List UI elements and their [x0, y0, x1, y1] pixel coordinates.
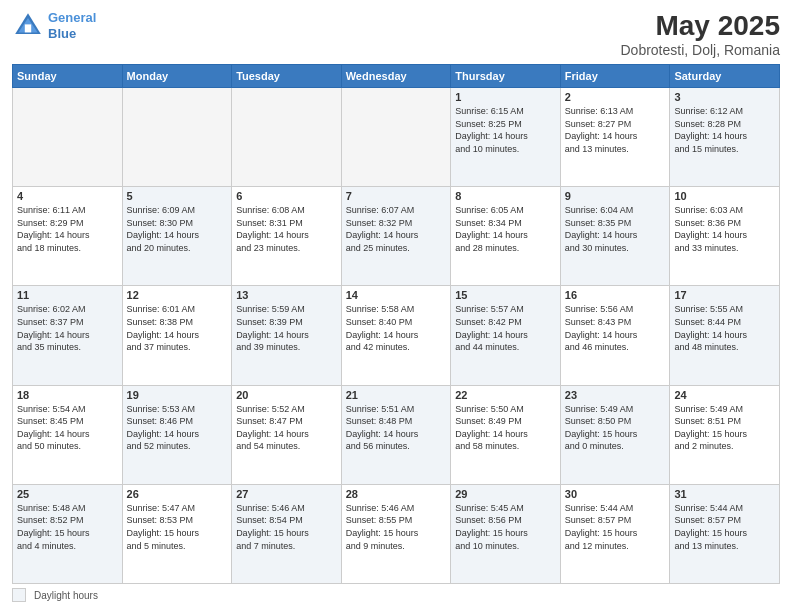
day-number: 4	[17, 190, 118, 202]
calendar-cell: 14Sunrise: 5:58 AM Sunset: 8:40 PM Dayli…	[341, 286, 451, 385]
calendar-header-row: SundayMondayTuesdayWednesdayThursdayFrid…	[13, 65, 780, 88]
day-info: Sunrise: 5:52 AM Sunset: 8:47 PM Dayligh…	[236, 403, 337, 453]
day-number: 21	[346, 389, 447, 401]
day-info: Sunrise: 6:12 AM Sunset: 8:28 PM Dayligh…	[674, 105, 775, 155]
day-info: Sunrise: 5:58 AM Sunset: 8:40 PM Dayligh…	[346, 303, 447, 353]
calendar-week-row: 4Sunrise: 6:11 AM Sunset: 8:29 PM Daylig…	[13, 187, 780, 286]
calendar-cell: 11Sunrise: 6:02 AM Sunset: 8:37 PM Dayli…	[13, 286, 123, 385]
calendar-cell: 22Sunrise: 5:50 AM Sunset: 8:49 PM Dayli…	[451, 385, 561, 484]
day-number: 25	[17, 488, 118, 500]
day-info: Sunrise: 5:59 AM Sunset: 8:39 PM Dayligh…	[236, 303, 337, 353]
day-info: Sunrise: 5:57 AM Sunset: 8:42 PM Dayligh…	[455, 303, 556, 353]
calendar-cell: 3Sunrise: 6:12 AM Sunset: 8:28 PM Daylig…	[670, 88, 780, 187]
calendar-cell: 10Sunrise: 6:03 AM Sunset: 8:36 PM Dayli…	[670, 187, 780, 286]
location: Dobrotesti, Dolj, Romania	[620, 42, 780, 58]
weekday-header: Saturday	[670, 65, 780, 88]
day-info: Sunrise: 6:09 AM Sunset: 8:30 PM Dayligh…	[127, 204, 228, 254]
title-block: May 2025 Dobrotesti, Dolj, Romania	[620, 10, 780, 58]
day-number: 3	[674, 91, 775, 103]
day-number: 8	[455, 190, 556, 202]
day-number: 16	[565, 289, 666, 301]
day-number: 18	[17, 389, 118, 401]
day-number: 29	[455, 488, 556, 500]
day-info: Sunrise: 5:56 AM Sunset: 8:43 PM Dayligh…	[565, 303, 666, 353]
weekday-header: Monday	[122, 65, 232, 88]
legend: Daylight hours	[12, 588, 780, 602]
svg-rect-2	[25, 24, 31, 32]
day-info: Sunrise: 6:15 AM Sunset: 8:25 PM Dayligh…	[455, 105, 556, 155]
calendar-cell: 24Sunrise: 5:49 AM Sunset: 8:51 PM Dayli…	[670, 385, 780, 484]
day-info: Sunrise: 5:49 AM Sunset: 8:51 PM Dayligh…	[674, 403, 775, 453]
day-number: 2	[565, 91, 666, 103]
logo-text: General Blue	[48, 10, 96, 41]
day-number: 13	[236, 289, 337, 301]
day-number: 27	[236, 488, 337, 500]
day-number: 26	[127, 488, 228, 500]
day-info: Sunrise: 5:45 AM Sunset: 8:56 PM Dayligh…	[455, 502, 556, 552]
day-number: 31	[674, 488, 775, 500]
calendar-week-row: 18Sunrise: 5:54 AM Sunset: 8:45 PM Dayli…	[13, 385, 780, 484]
weekday-header: Sunday	[13, 65, 123, 88]
calendar-cell: 28Sunrise: 5:46 AM Sunset: 8:55 PM Dayli…	[341, 484, 451, 583]
calendar-week-row: 11Sunrise: 6:02 AM Sunset: 8:37 PM Dayli…	[13, 286, 780, 385]
calendar-cell: 15Sunrise: 5:57 AM Sunset: 8:42 PM Dayli…	[451, 286, 561, 385]
calendar-week-row: 25Sunrise: 5:48 AM Sunset: 8:52 PM Dayli…	[13, 484, 780, 583]
calendar-cell: 18Sunrise: 5:54 AM Sunset: 8:45 PM Dayli…	[13, 385, 123, 484]
day-info: Sunrise: 6:08 AM Sunset: 8:31 PM Dayligh…	[236, 204, 337, 254]
weekday-header: Thursday	[451, 65, 561, 88]
calendar-cell: 30Sunrise: 5:44 AM Sunset: 8:57 PM Dayli…	[560, 484, 670, 583]
calendar-cell: 23Sunrise: 5:49 AM Sunset: 8:50 PM Dayli…	[560, 385, 670, 484]
day-number: 1	[455, 91, 556, 103]
calendar-cell: 29Sunrise: 5:45 AM Sunset: 8:56 PM Dayli…	[451, 484, 561, 583]
calendar-cell: 26Sunrise: 5:47 AM Sunset: 8:53 PM Dayli…	[122, 484, 232, 583]
day-info: Sunrise: 5:49 AM Sunset: 8:50 PM Dayligh…	[565, 403, 666, 453]
day-info: Sunrise: 5:51 AM Sunset: 8:48 PM Dayligh…	[346, 403, 447, 453]
day-number: 28	[346, 488, 447, 500]
day-number: 19	[127, 389, 228, 401]
page: General Blue May 2025 Dobrotesti, Dolj, …	[0, 0, 792, 612]
legend-label: Daylight hours	[34, 590, 98, 601]
calendar-cell: 13Sunrise: 5:59 AM Sunset: 8:39 PM Dayli…	[232, 286, 342, 385]
calendar-cell: 20Sunrise: 5:52 AM Sunset: 8:47 PM Dayli…	[232, 385, 342, 484]
day-info: Sunrise: 6:03 AM Sunset: 8:36 PM Dayligh…	[674, 204, 775, 254]
day-number: 15	[455, 289, 556, 301]
day-info: Sunrise: 6:05 AM Sunset: 8:34 PM Dayligh…	[455, 204, 556, 254]
calendar-cell: 7Sunrise: 6:07 AM Sunset: 8:32 PM Daylig…	[341, 187, 451, 286]
day-number: 5	[127, 190, 228, 202]
day-info: Sunrise: 6:07 AM Sunset: 8:32 PM Dayligh…	[346, 204, 447, 254]
day-info: Sunrise: 5:53 AM Sunset: 8:46 PM Dayligh…	[127, 403, 228, 453]
day-number: 20	[236, 389, 337, 401]
calendar-cell: 9Sunrise: 6:04 AM Sunset: 8:35 PM Daylig…	[560, 187, 670, 286]
calendar-cell: 6Sunrise: 6:08 AM Sunset: 8:31 PM Daylig…	[232, 187, 342, 286]
logo-blue: Blue	[48, 26, 76, 41]
day-info: Sunrise: 5:50 AM Sunset: 8:49 PM Dayligh…	[455, 403, 556, 453]
day-number: 14	[346, 289, 447, 301]
day-number: 7	[346, 190, 447, 202]
calendar-week-row: 1Sunrise: 6:15 AM Sunset: 8:25 PM Daylig…	[13, 88, 780, 187]
logo: General Blue	[12, 10, 96, 42]
calendar-cell	[341, 88, 451, 187]
weekday-header: Tuesday	[232, 65, 342, 88]
legend-box	[12, 588, 26, 602]
day-info: Sunrise: 5:47 AM Sunset: 8:53 PM Dayligh…	[127, 502, 228, 552]
calendar-cell	[122, 88, 232, 187]
day-info: Sunrise: 6:13 AM Sunset: 8:27 PM Dayligh…	[565, 105, 666, 155]
day-number: 24	[674, 389, 775, 401]
calendar-cell: 2Sunrise: 6:13 AM Sunset: 8:27 PM Daylig…	[560, 88, 670, 187]
day-info: Sunrise: 5:46 AM Sunset: 8:55 PM Dayligh…	[346, 502, 447, 552]
day-info: Sunrise: 6:04 AM Sunset: 8:35 PM Dayligh…	[565, 204, 666, 254]
calendar-cell: 25Sunrise: 5:48 AM Sunset: 8:52 PM Dayli…	[13, 484, 123, 583]
calendar-cell: 12Sunrise: 6:01 AM Sunset: 8:38 PM Dayli…	[122, 286, 232, 385]
day-number: 17	[674, 289, 775, 301]
weekday-header: Friday	[560, 65, 670, 88]
day-number: 9	[565, 190, 666, 202]
calendar-cell: 1Sunrise: 6:15 AM Sunset: 8:25 PM Daylig…	[451, 88, 561, 187]
calendar-table: SundayMondayTuesdayWednesdayThursdayFrid…	[12, 64, 780, 584]
logo-icon	[12, 10, 44, 42]
day-info: Sunrise: 6:02 AM Sunset: 8:37 PM Dayligh…	[17, 303, 118, 353]
calendar-cell	[232, 88, 342, 187]
calendar-cell: 5Sunrise: 6:09 AM Sunset: 8:30 PM Daylig…	[122, 187, 232, 286]
day-info: Sunrise: 6:11 AM Sunset: 8:29 PM Dayligh…	[17, 204, 118, 254]
day-info: Sunrise: 5:44 AM Sunset: 8:57 PM Dayligh…	[674, 502, 775, 552]
calendar-cell: 8Sunrise: 6:05 AM Sunset: 8:34 PM Daylig…	[451, 187, 561, 286]
